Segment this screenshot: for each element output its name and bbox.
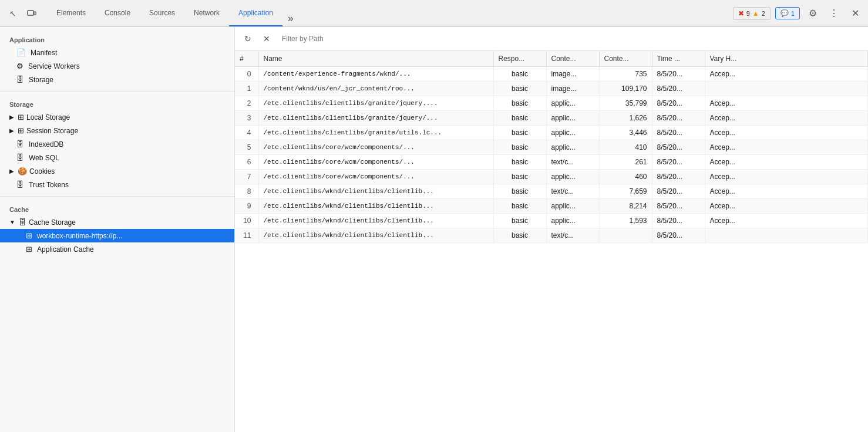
sidebar-divider-2 xyxy=(0,196,234,197)
trust-tokens-label: Trust Tokens xyxy=(29,181,69,189)
cursor-tool-button[interactable]: ↖ xyxy=(5,5,21,22)
table-row[interactable]: 2 /etc.clientlibs/clientlibs/granite/jqu… xyxy=(235,96,868,111)
cell-num: 6 xyxy=(235,155,258,170)
cell-time: 8/5/20... xyxy=(652,170,705,184)
table-row[interactable]: 8 /etc.clientlibs/wknd/clientlibs/client… xyxy=(235,184,868,199)
cell-name: /content/wknd/us/en/_jcr_content/roo... xyxy=(258,82,493,96)
tab-elements[interactable]: Elements xyxy=(47,0,95,26)
sidebar-item-websql[interactable]: 🗄 Web SQL xyxy=(0,151,234,164)
sidebar-item-service-workers-label: Service Workers xyxy=(28,62,80,70)
table-row[interactable]: 4 /etc.clientlibs/clientlibs/granite/uti… xyxy=(235,126,868,140)
more-options-button[interactable]: ⋮ xyxy=(826,5,842,22)
table-row[interactable]: 9 /etc.clientlibs/wknd/clientlibs/client… xyxy=(235,199,868,214)
table-row[interactable]: 0 /content/experience-fragments/wknd/...… xyxy=(235,67,868,82)
local-storage-label: Local Storage xyxy=(26,113,70,122)
cell-content-length: 1,626 xyxy=(599,111,652,126)
cell-vary xyxy=(705,82,868,96)
cell-time: 8/5/20... xyxy=(652,96,705,111)
messages-badge[interactable]: 💬 1 xyxy=(775,7,800,19)
session-storage-grid-icon: ⊞ xyxy=(18,126,24,135)
cell-response: basic xyxy=(493,214,546,228)
tab-application[interactable]: Application xyxy=(229,0,282,26)
col-header-content-type[interactable]: Conte... xyxy=(546,51,599,67)
cell-vary: Accep... xyxy=(705,140,868,155)
main-container: Application 📄 Manifest ⚙ Service Workers… xyxy=(0,27,868,432)
trust-tokens-icon: 🗄 xyxy=(16,180,24,189)
cookies-label: Cookies xyxy=(29,167,55,176)
settings-button[interactable]: ⚙ xyxy=(805,5,821,22)
more-tabs-button[interactable]: » xyxy=(282,10,299,26)
devtools-toolbar: ↖ Elements Console Sources Network Appli… xyxy=(0,0,868,27)
sidebar-item-local-storage[interactable]: ▶ ⊞ Local Storage xyxy=(0,110,234,124)
svg-rect-0 xyxy=(28,11,33,15)
cookies-expand-icon: ▶ xyxy=(9,168,14,174)
cell-num: 11 xyxy=(235,228,258,243)
cell-vary: Accep... xyxy=(705,214,868,228)
sidebar-item-trust-tokens[interactable]: 🗄 Trust Tokens xyxy=(0,178,234,191)
sidebar-item-manifest[interactable]: 📄 Manifest xyxy=(0,46,234,59)
tab-sources[interactable]: Sources xyxy=(140,0,184,26)
error-icon: ✖ xyxy=(738,9,744,18)
service-workers-icon: ⚙ xyxy=(16,62,23,70)
refresh-button[interactable]: ↻ xyxy=(240,32,256,46)
cell-name: /etc.clientlibs/wknd/clientlibs/clientli… xyxy=(258,228,493,243)
indexeddb-label: IndexedDB xyxy=(29,140,63,148)
errors-badge[interactable]: ✖ 9 ▲ 2 xyxy=(733,7,771,20)
table-row[interactable]: 10 /etc.clientlibs/wknd/clientlibs/clien… xyxy=(235,214,868,228)
cell-num: 5 xyxy=(235,140,258,155)
table-row[interactable]: 3 /etc.clientlibs/clientlibs/granite/jqu… xyxy=(235,111,868,126)
table-row[interactable]: 7 /etc.clientlibs/core/wcm/components/..… xyxy=(235,170,868,184)
cell-content-type: text/c... xyxy=(546,155,599,170)
cell-time: 8/5/20... xyxy=(652,184,705,199)
cell-time: 8/5/20... xyxy=(652,140,705,155)
close-button[interactable]: ✕ xyxy=(847,5,863,22)
sidebar-item-session-storage[interactable]: ▶ ⊞ Session Storage xyxy=(0,124,234,137)
cell-num: 9 xyxy=(235,199,258,214)
tab-console[interactable]: Console xyxy=(95,0,140,26)
cell-name: /etc.clientlibs/core/wcm/components/... xyxy=(258,155,493,170)
col-header-time[interactable]: Time ... xyxy=(652,51,705,67)
cell-response: basic xyxy=(493,199,546,214)
cell-vary: Accep... xyxy=(705,184,868,199)
col-header-response[interactable]: Respo... xyxy=(493,51,546,67)
tab-network[interactable]: Network xyxy=(184,0,229,26)
clear-button[interactable]: ✕ xyxy=(258,32,275,46)
col-header-name[interactable]: Name xyxy=(258,51,493,67)
cell-response: basic xyxy=(493,126,546,140)
cookies-icon: 🍪 xyxy=(18,167,27,176)
cell-name: /etc.clientlibs/core/wcm/components/... xyxy=(258,170,493,184)
col-header-content-length[interactable]: Conte... xyxy=(599,51,652,67)
col-header-vary[interactable]: Vary H... xyxy=(705,51,868,67)
cell-content-length: 460 xyxy=(599,170,652,184)
cell-name: /etc.clientlibs/core/wcm/components/... xyxy=(258,140,493,155)
cell-content-length: 735 xyxy=(599,67,652,82)
cell-content-length: 1,593 xyxy=(599,214,652,228)
sidebar-item-service-workers[interactable]: ⚙ Service Workers xyxy=(0,59,234,73)
table-row[interactable]: 6 /etc.clientlibs/core/wcm/components/..… xyxy=(235,155,868,170)
filter-input[interactable] xyxy=(277,32,863,45)
device-toggle-button[interactable] xyxy=(23,5,40,22)
sidebar-item-cache-storage[interactable]: ▼ 🗄 Cache Storage xyxy=(0,215,234,229)
table-row[interactable]: 1 /content/wknd/us/en/_jcr_content/roo..… xyxy=(235,82,868,96)
sidebar-item-app-cache[interactable]: ⊞ Application Cache xyxy=(0,242,234,256)
cell-vary: Accep... xyxy=(705,67,868,82)
cell-time: 8/5/20... xyxy=(652,82,705,96)
cell-vary: Accep... xyxy=(705,170,868,184)
table-row[interactable]: 11 /etc.clientlibs/wknd/clientlibs/clien… xyxy=(235,228,868,243)
message-icon: 💬 xyxy=(780,9,789,17)
app-cache-grid-icon: ⊞ xyxy=(26,245,32,254)
tab-list: Elements Console Sources Network Applica… xyxy=(47,0,299,26)
cache-table: # Name Respo... Conte... Conte... Time .… xyxy=(235,51,868,243)
sidebar-item-storage-label: Storage xyxy=(29,76,53,84)
sidebar-item-workbox[interactable]: ⊞ workbox-runtime-https://p... xyxy=(0,229,234,242)
sidebar-item-storage[interactable]: 🗄 Storage xyxy=(0,73,234,86)
cell-content-type: text/c... xyxy=(546,228,599,243)
cell-name: /etc.clientlibs/clientlibs/granite/utils… xyxy=(258,126,493,140)
cell-time: 8/5/20... xyxy=(652,126,705,140)
cache-section-header: Cache xyxy=(0,201,234,215)
table-row[interactable]: 5 /etc.clientlibs/core/wcm/components/..… xyxy=(235,140,868,155)
filter-bar: ↻ ✕ xyxy=(235,27,868,51)
session-storage-label: Session Storage xyxy=(26,127,78,135)
sidebar-item-indexeddb[interactable]: 🗄 IndexedDB xyxy=(0,137,234,151)
sidebar-item-cookies[interactable]: ▶ 🍪 Cookies xyxy=(0,164,234,178)
